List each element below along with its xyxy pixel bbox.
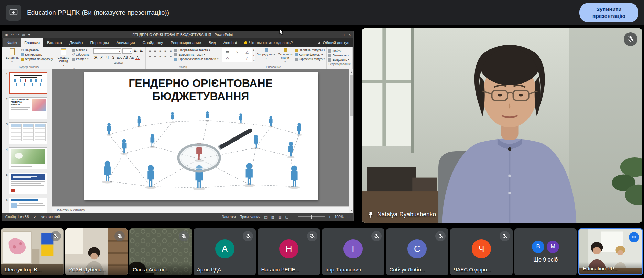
arrange-button[interactable]: Упорядочить▾ xyxy=(257,48,275,60)
vertical-scrollbar[interactable]: ▴ ▾ xyxy=(349,69,353,213)
text-direction-button[interactable]: Направление текста▾ xyxy=(174,48,218,52)
cut-button[interactable]: ✂Вырезать xyxy=(21,48,53,52)
copy-button[interactable]: Копировать xyxy=(21,53,53,56)
normal-view-button[interactable]: ▤ xyxy=(264,215,267,219)
replace-button[interactable]: Заменить▾ xyxy=(328,54,351,57)
tell-me-box[interactable]: Что вы хотите сделать? xyxy=(241,38,296,47)
language-indicator[interactable]: украинский xyxy=(41,215,60,219)
spellcheck-icon[interactable]: ✔ xyxy=(34,215,36,219)
qat-more-icon[interactable]: ▾ xyxy=(28,33,30,37)
zoom-out-button[interactable]: − xyxy=(292,215,294,219)
align-left-button[interactable]: ≡ xyxy=(148,54,152,59)
font-color-button[interactable]: А xyxy=(135,55,140,60)
tab-view[interactable]: Вид xyxy=(205,38,220,47)
participant-tile[interactable]: Ольга Анатол... xyxy=(129,228,192,275)
quick-styles-button[interactable]: Экспресс-стили▾ xyxy=(277,48,293,64)
zoom-slider[interactable] xyxy=(298,216,325,217)
stop-presentation-button[interactable]: Зупинити презентацію xyxy=(579,3,638,23)
office-share-button[interactable]: Общий доступ xyxy=(317,38,352,47)
align-center-button[interactable]: ≡ xyxy=(153,54,157,59)
shrink-font-button[interactable]: А▾ xyxy=(139,48,144,54)
font-size-select[interactable]: ▾ xyxy=(122,48,132,54)
zoom-level[interactable]: 100% xyxy=(335,215,344,219)
shapes-gallery[interactable]: ▭○△ ◇→☆ xyxy=(222,48,252,62)
justify-button[interactable]: ≡ xyxy=(163,54,168,59)
bullets-button[interactable]: ≡ xyxy=(148,48,152,53)
paste-button[interactable]: Вставить▾ xyxy=(4,48,20,64)
notes-pane[interactable]: Заметки к слайду xyxy=(52,206,349,213)
new-slide-button[interactable]: Создать слайд▾ xyxy=(57,48,70,67)
scrollbar-thumb[interactable] xyxy=(350,75,353,116)
close-button[interactable]: × xyxy=(349,33,351,37)
tab-review[interactable]: Рецензирование xyxy=(167,38,205,47)
tab-file[interactable]: Файл xyxy=(3,38,21,47)
slide-thumbnail-2[interactable]: 2 ПРАВА ЛЮДИНИ І ГЕНДЕРНА РІВНІСТЬ xyxy=(4,97,50,119)
slide-thumbnail-4[interactable]: 4 xyxy=(4,147,50,169)
participant-tile[interactable]: УСЗН Дубенс... xyxy=(65,228,128,275)
tab-insert[interactable]: Вставка xyxy=(43,38,66,47)
participant-tile[interactable]: І Ігор Тарасович xyxy=(322,228,384,275)
section-button[interactable]: Раздел▾ xyxy=(72,57,89,61)
char-spacing-button[interactable]: АВ xyxy=(123,55,128,60)
zoom-in-button[interactable]: + xyxy=(329,215,331,219)
slide-sorter-button[interactable]: ▦ xyxy=(271,215,274,219)
tab-design[interactable]: Дизайн xyxy=(66,38,87,47)
format-painter-button[interactable]: Формат по образцу xyxy=(21,57,53,61)
shapes-gallery-scroll[interactable]: ▴▾≡ xyxy=(252,48,255,62)
find-button[interactable]: Найти xyxy=(328,49,351,53)
slide-thumbnail-6[interactable]: 6 xyxy=(4,198,50,213)
tab-animations[interactable]: Анимация xyxy=(112,38,139,47)
maximize-button[interactable]: □ xyxy=(342,33,344,37)
slideshow-icon[interactable]: ▭ xyxy=(22,33,25,37)
participant-tile[interactable]: Н Наталія РЕПЕ... xyxy=(258,228,320,275)
save-icon[interactable]: ▣ xyxy=(5,33,8,37)
redo-icon[interactable]: ↷ xyxy=(17,33,19,37)
scroll-up-arrow[interactable]: ▴ xyxy=(349,70,354,74)
comments-toggle[interactable]: Примечания xyxy=(240,215,261,219)
slide-canvas[interactable]: ГЕНДЕРНО ОРІЄНТОВАНЕ БЮДЖЕТУВАННЯ xyxy=(52,69,349,206)
participant-tile[interactable]: Шевчук Ігор В... xyxy=(1,228,64,275)
change-case-button[interactable]: Аа xyxy=(129,55,134,60)
shadow-button[interactable]: S xyxy=(111,55,116,60)
italic-button[interactable]: К xyxy=(99,55,104,60)
smartart-button[interactable]: Преобразовать в SmartArt▾ xyxy=(174,57,218,61)
scroll-down-arrow[interactable]: ▾ xyxy=(349,208,354,213)
increase-indent-button[interactable]: ≡ xyxy=(163,48,168,53)
shape-outline-button[interactable]: Контур фигуры▾ xyxy=(295,53,325,56)
align-text-button[interactable]: Выровнять текст▾ xyxy=(174,53,218,56)
participant-tile[interactable]: А Архів РДА xyxy=(194,228,256,275)
screenshare-tile[interactable]: ▣ ↶ ↷ ▭ ▾ ГЕНДЕРНО ОРІЄНТОВАНЕ БЮДЖЕТУВА… xyxy=(0,25,357,226)
zoom-slider-thumb[interactable] xyxy=(311,215,312,219)
tab-acrobat[interactable]: Acrobat xyxy=(220,38,241,47)
columns-button[interactable]: ≡ xyxy=(168,54,173,59)
minimize-button[interactable]: − xyxy=(336,33,338,37)
slideshow-view-button[interactable]: ▢ xyxy=(285,215,288,219)
font-name-select[interactable]: ▾ xyxy=(93,48,121,54)
tab-home[interactable]: Главная xyxy=(21,38,43,47)
underline-button[interactable]: Ч xyxy=(105,55,110,60)
current-slide[interactable]: ГЕНДЕРНО ОРІЄНТОВАНЕ БЮДЖЕТУВАННЯ xyxy=(84,72,318,200)
shape-fill-button[interactable]: Заливка фигуры▾ xyxy=(295,48,325,52)
slide-thumbnail-1[interactable]: 1 xyxy=(4,72,50,94)
strikethrough-button[interactable]: abc xyxy=(117,55,122,60)
pinned-video-tile[interactable]: Natalya Ryabushenko xyxy=(362,28,642,223)
slide-thumbnail-5[interactable]: 5 xyxy=(4,173,50,194)
reading-view-button[interactable]: ▥ xyxy=(278,215,281,219)
layout-button[interactable]: Макет▾ xyxy=(72,48,89,52)
undo-icon[interactable]: ↶ xyxy=(11,33,13,37)
decrease-indent-button[interactable]: ≡ xyxy=(158,48,163,53)
slide-thumbnail-3[interactable]: 3 xyxy=(4,122,50,144)
tab-transitions[interactable]: Переходы xyxy=(86,38,112,47)
participant-tile-active-speaker[interactable]: Education РР... xyxy=(578,228,643,275)
fit-slide-button[interactable]: ⊡ xyxy=(348,215,350,219)
shape-effects-button[interactable]: Эффекты фигур▾ xyxy=(295,57,325,61)
tab-slideshow[interactable]: Слайд-шоу xyxy=(139,38,167,47)
line-spacing-button[interactable]: ≡ xyxy=(168,48,173,53)
participant-tile[interactable]: Ч ЧАЕС Оздоро... xyxy=(450,228,513,275)
more-participants-tile[interactable]: В М Ще 9 осіб xyxy=(514,228,577,275)
numbering-button[interactable]: ≡ xyxy=(153,48,157,53)
align-right-button[interactable]: ≡ xyxy=(158,54,163,59)
bold-button[interactable]: Ж xyxy=(93,55,98,60)
notes-toggle[interactable]: Заметки xyxy=(222,215,236,219)
select-button[interactable]: Выделить▾ xyxy=(328,58,351,62)
